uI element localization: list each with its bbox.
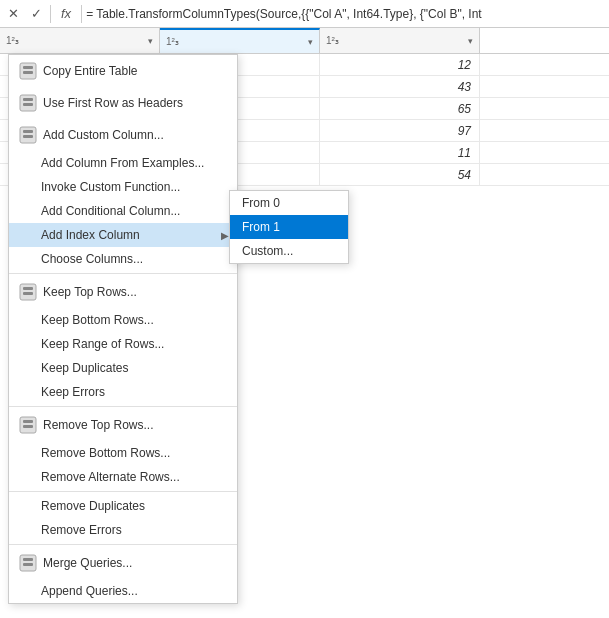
menu-item-remove-errors[interactable]: Remove Errors	[9, 518, 237, 542]
submenu-item-label-from-1: From 1	[242, 220, 340, 234]
cell-c-2: 65	[320, 98, 480, 119]
menu-separator	[9, 544, 237, 545]
menu-item-use-first-row[interactable]: Use First Row as Headers	[9, 87, 237, 119]
cell-c-0: 12	[320, 54, 480, 75]
menu-item-add-column-from-examples[interactable]: Add Column From Examples...	[9, 151, 237, 175]
col-c-dropdown-icon[interactable]: ▾	[468, 36, 473, 46]
menu-item-keep-range-of-rows[interactable]: Keep Range of Rows...	[9, 332, 237, 356]
menu-item-label-invoke-custom-function: Invoke Custom Function...	[41, 180, 229, 194]
col-header-b[interactable]: 1²₃ ▾	[160, 28, 320, 53]
menu-item-remove-duplicates[interactable]: Remove Duplicates	[9, 494, 237, 518]
menu-item-label-remove-alternate-rows: Remove Alternate Rows...	[41, 470, 229, 484]
submenu-item-label-custom: Custom...	[242, 244, 340, 258]
submenu-item-from-1[interactable]: From 1	[230, 215, 348, 239]
svg-rect-17	[23, 563, 33, 566]
menu-item-add-custom-column[interactable]: Add Custom Column...	[9, 119, 237, 151]
menu-separator	[9, 491, 237, 492]
close-icon[interactable]: ✕	[4, 6, 23, 21]
menu-separator	[9, 273, 237, 274]
menu-item-label-add-index-column: Add Index Column	[41, 228, 221, 242]
col-header-a[interactable]: 1²₃ ▾	[0, 28, 160, 53]
submenu-item-custom[interactable]: Custom...	[230, 239, 348, 263]
cell-c-4: 11	[320, 142, 480, 163]
menu-item-label-keep-bottom-rows: Keep Bottom Rows...	[41, 313, 229, 327]
menu-item-label-add-conditional-column: Add Conditional Column...	[41, 204, 229, 218]
formula-bar: ✕ ✓ fx	[0, 0, 609, 28]
col-a-dropdown-icon[interactable]: ▾	[148, 36, 153, 46]
fx-label: fx	[55, 6, 77, 21]
svg-rect-10	[23, 287, 33, 290]
headers-icon	[17, 92, 39, 114]
menu-item-remove-bottom-rows[interactable]: Remove Bottom Rows...	[9, 441, 237, 465]
menu-item-label-remove-duplicates: Remove Duplicates	[41, 499, 229, 513]
main-area: 1²₃ ▾ 1²₃ ▾ 1²₃ ▾ 3212434354656597321198…	[0, 28, 609, 618]
submenu: From 0From 1Custom...	[229, 190, 349, 264]
merge-icon	[17, 552, 39, 574]
col-b-dropdown-icon[interactable]: ▾	[308, 37, 313, 47]
menu-item-label-keep-range-of-rows: Keep Range of Rows...	[41, 337, 229, 351]
col-header-c[interactable]: 1²₃ ▾	[320, 28, 480, 53]
menu-item-add-index-column[interactable]: Add Index Column▶	[9, 223, 237, 247]
menu-item-label-keep-duplicates: Keep Duplicates	[41, 361, 229, 375]
cell-c-3: 97	[320, 120, 480, 141]
menu-item-label-merge-queries: Merge Queries...	[43, 556, 229, 570]
menu-item-add-conditional-column[interactable]: Add Conditional Column...	[9, 199, 237, 223]
svg-rect-16	[23, 558, 33, 561]
menu-item-label-keep-errors: Keep Errors	[41, 385, 229, 399]
remove-icon	[17, 414, 39, 436]
menu-item-label-remove-bottom-rows: Remove Bottom Rows...	[41, 446, 229, 460]
menu-item-merge-queries[interactable]: Merge Queries...	[9, 547, 237, 579]
menu-item-choose-columns[interactable]: Choose Columns...	[9, 247, 237, 271]
menu-item-invoke-custom-function[interactable]: Invoke Custom Function...	[9, 175, 237, 199]
cell-c-1: 43	[320, 76, 480, 97]
menu-item-label-choose-columns: Choose Columns...	[41, 252, 229, 266]
copy-icon	[17, 60, 39, 82]
menu-item-label-add-column-from-examples: Add Column From Examples...	[41, 156, 229, 170]
context-menu: Copy Entire TableUse First Row as Header…	[8, 54, 238, 604]
formula-bar-separator	[50, 5, 51, 23]
svg-rect-13	[23, 420, 33, 423]
menu-item-append-queries[interactable]: Append Queries...	[9, 579, 237, 603]
svg-rect-4	[23, 98, 33, 101]
submenu-arrow-icon: ▶	[221, 230, 229, 241]
svg-rect-14	[23, 425, 33, 428]
menu-item-keep-errors[interactable]: Keep Errors	[9, 380, 237, 404]
submenu-item-label-from-0: From 0	[242, 196, 340, 210]
keep-icon	[17, 281, 39, 303]
menu-item-copy-entire-table[interactable]: Copy Entire Table	[9, 55, 237, 87]
menu-item-label-add-custom-column: Add Custom Column...	[43, 128, 229, 142]
menu-item-remove-top-rows[interactable]: Remove Top Rows...	[9, 409, 237, 441]
svg-rect-7	[23, 130, 33, 133]
col-c-type-icon: 1²₃	[326, 35, 339, 46]
table-header: 1²₃ ▾ 1²₃ ▾ 1²₃ ▾	[0, 28, 609, 54]
svg-rect-11	[23, 292, 33, 295]
svg-rect-8	[23, 135, 33, 138]
menu-item-label-copy-entire-table: Copy Entire Table	[43, 64, 229, 78]
menu-item-label-remove-errors: Remove Errors	[41, 523, 229, 537]
menu-item-remove-alternate-rows[interactable]: Remove Alternate Rows...	[9, 465, 237, 489]
svg-rect-5	[23, 103, 33, 106]
formula-input[interactable]	[86, 7, 605, 21]
col-a-type-icon: 1²₃	[6, 35, 19, 46]
menu-item-label-append-queries: Append Queries...	[41, 584, 229, 598]
menu-item-label-keep-top-rows: Keep Top Rows...	[43, 285, 229, 299]
submenu-item-from-0[interactable]: From 0	[230, 191, 348, 215]
menu-item-keep-bottom-rows[interactable]: Keep Bottom Rows...	[9, 308, 237, 332]
svg-rect-2	[23, 71, 33, 74]
menu-separator	[9, 406, 237, 407]
col-b-type-icon: 1²₃	[166, 36, 179, 47]
menu-item-keep-duplicates[interactable]: Keep Duplicates	[9, 356, 237, 380]
check-icon[interactable]: ✓	[27, 6, 46, 21]
formula-bar-separator2	[81, 5, 82, 23]
menu-item-keep-top-rows[interactable]: Keep Top Rows...	[9, 276, 237, 308]
column-icon	[17, 124, 39, 146]
cell-c-5: 54	[320, 164, 480, 185]
menu-item-label-remove-top-rows: Remove Top Rows...	[43, 418, 229, 432]
menu-item-label-use-first-row: Use First Row as Headers	[43, 96, 229, 110]
svg-rect-1	[23, 66, 33, 69]
